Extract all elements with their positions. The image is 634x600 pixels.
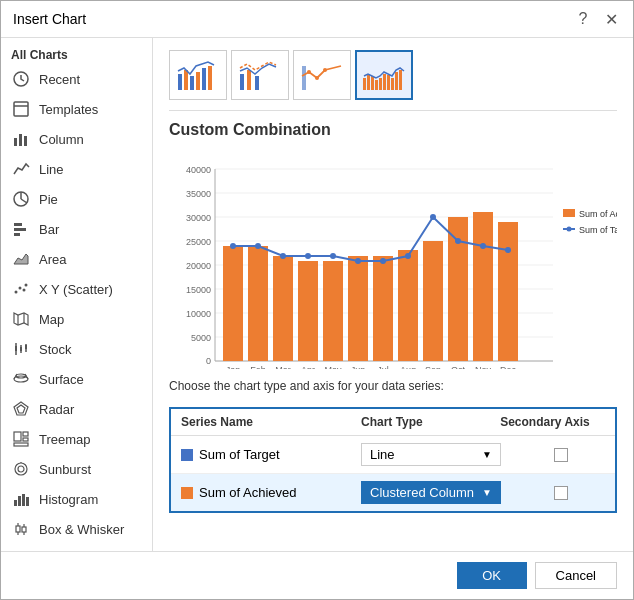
sidebar-item-stock[interactable]: Stock bbox=[1, 334, 152, 364]
sidebar-item-templates[interactable]: Templates bbox=[1, 94, 152, 124]
title-bar-icons: ? ✕ bbox=[573, 9, 621, 29]
svg-text:30000: 30000 bbox=[186, 213, 211, 223]
svg-rect-107 bbox=[423, 241, 443, 361]
svg-rect-5 bbox=[24, 136, 27, 146]
svg-rect-10 bbox=[14, 228, 26, 231]
svg-rect-33 bbox=[23, 438, 28, 441]
svg-rect-34 bbox=[14, 443, 28, 446]
svg-rect-20 bbox=[15, 346, 17, 351]
thumb-1[interactable] bbox=[169, 50, 227, 100]
svg-point-113 bbox=[280, 253, 286, 259]
cancel-button[interactable]: Cancel bbox=[535, 562, 617, 589]
svg-rect-100 bbox=[248, 246, 268, 361]
svg-text:Jul: Jul bbox=[377, 365, 389, 369]
sidebar-item-bar[interactable]: Bar bbox=[1, 214, 152, 244]
sidebar-item-recent-label: Recent bbox=[39, 72, 80, 87]
title-bar: Insert Chart ? ✕ bbox=[1, 1, 633, 38]
checkbox-1[interactable] bbox=[554, 448, 568, 462]
svg-point-36 bbox=[15, 463, 27, 475]
svg-rect-42 bbox=[16, 526, 20, 532]
svg-text:35000: 35000 bbox=[186, 189, 211, 199]
svg-rect-1 bbox=[14, 102, 28, 116]
thumb-4[interactable] bbox=[355, 50, 413, 100]
svg-point-118 bbox=[405, 253, 411, 259]
sidebar-item-radar[interactable]: Radar bbox=[1, 394, 152, 424]
thumb-2[interactable] bbox=[231, 50, 289, 100]
svg-rect-22 bbox=[20, 347, 22, 351]
chart-type-select-1[interactable]: Line ▼ bbox=[361, 443, 501, 466]
sidebar-item-histogram[interactable]: Histogram bbox=[1, 484, 152, 514]
svg-text:Sum of Achieved: Sum of Achieved bbox=[579, 209, 617, 219]
xy-scatter-icon bbox=[11, 279, 31, 299]
header-chart-type: Chart Type bbox=[361, 415, 485, 429]
sidebar-item-waterfall[interactable]: Waterfall bbox=[1, 544, 152, 551]
chart-title: Custom Combination bbox=[169, 121, 617, 139]
header-series-name: Series Name bbox=[181, 415, 361, 429]
dialog-body: All Charts Recent Templates Column bbox=[1, 38, 633, 551]
select-box-1[interactable]: Line ▼ bbox=[361, 443, 501, 466]
svg-point-138 bbox=[567, 227, 572, 232]
svg-point-112 bbox=[255, 243, 261, 249]
sidebar-item-column[interactable]: Column bbox=[1, 124, 152, 154]
svg-rect-11 bbox=[14, 233, 20, 236]
sidebar-item-area[interactable]: Area bbox=[1, 244, 152, 274]
svg-text:Sep: Sep bbox=[425, 365, 441, 369]
sidebar-item-map[interactable]: Map bbox=[1, 304, 152, 334]
sidebar-item-treemap[interactable]: Treemap bbox=[1, 424, 152, 454]
series-label-1: Sum of Target bbox=[199, 447, 280, 462]
series-name-2: Sum of Achieved bbox=[181, 485, 361, 500]
chart-type-select-2[interactable]: Clustered Column ▼ bbox=[361, 481, 501, 504]
checkbox-2[interactable] bbox=[554, 486, 568, 500]
help-icon[interactable]: ? bbox=[573, 9, 593, 29]
map-icon bbox=[11, 309, 31, 329]
sidebar-item-recent[interactable]: Recent bbox=[1, 64, 152, 94]
select-box-2[interactable]: Clustered Column ▼ bbox=[361, 481, 501, 504]
surface-icon bbox=[11, 369, 31, 389]
series-row-2: Sum of Achieved Clustered Column ▼ bbox=[171, 474, 615, 511]
svg-point-35 bbox=[18, 466, 24, 472]
radar-icon bbox=[11, 399, 31, 419]
svg-text:25000: 25000 bbox=[186, 237, 211, 247]
svg-rect-71 bbox=[371, 76, 374, 90]
sidebar-item-radar-label: Radar bbox=[39, 402, 74, 417]
sidebar-item-xyscatter-label: X Y (Scatter) bbox=[39, 282, 113, 297]
templates-icon bbox=[11, 99, 31, 119]
dialog-title: Insert Chart bbox=[13, 11, 86, 27]
series-row-1: Sum of Target Line ▼ bbox=[171, 436, 615, 474]
line-icon bbox=[11, 159, 31, 179]
svg-point-116 bbox=[355, 258, 361, 264]
thumb-3[interactable] bbox=[293, 50, 351, 100]
svg-rect-77 bbox=[395, 72, 398, 90]
svg-rect-109 bbox=[473, 212, 493, 361]
svg-text:5000: 5000 bbox=[191, 333, 211, 343]
sidebar-item-sunburst[interactable]: Sunburst bbox=[1, 454, 152, 484]
svg-rect-72 bbox=[375, 80, 378, 90]
svg-rect-102 bbox=[298, 261, 318, 361]
svg-text:Sum of Target: Sum of Target bbox=[579, 225, 617, 235]
box-whisker-icon bbox=[11, 519, 31, 539]
bar-icon bbox=[11, 219, 31, 239]
svg-point-12 bbox=[15, 291, 18, 294]
svg-text:May: May bbox=[324, 365, 342, 369]
svg-point-117 bbox=[380, 258, 386, 264]
svg-text:Aug: Aug bbox=[400, 365, 416, 369]
select-arrow-2: ▼ bbox=[482, 487, 492, 498]
histogram-icon bbox=[11, 489, 31, 509]
sidebar-item-stock-label: Stock bbox=[39, 342, 72, 357]
sidebar-item-boxwhisker[interactable]: Box & Whisker bbox=[1, 514, 152, 544]
svg-rect-106 bbox=[398, 250, 418, 361]
sidebar-item-line[interactable]: Line bbox=[1, 154, 152, 184]
svg-rect-24 bbox=[25, 345, 27, 349]
treemap-icon bbox=[11, 429, 31, 449]
svg-point-67 bbox=[315, 76, 319, 80]
svg-rect-65 bbox=[302, 66, 306, 90]
sidebar-item-xyscatter[interactable]: X Y (Scatter) bbox=[1, 274, 152, 304]
svg-rect-104 bbox=[348, 256, 368, 361]
sidebar-item-surface[interactable]: Surface bbox=[1, 364, 152, 394]
svg-rect-38 bbox=[14, 500, 17, 506]
ok-button[interactable]: OK bbox=[457, 562, 527, 589]
close-icon[interactable]: ✕ bbox=[601, 9, 621, 29]
sidebar-item-pie[interactable]: Pie bbox=[1, 184, 152, 214]
svg-text:15000: 15000 bbox=[186, 285, 211, 295]
header-secondary-axis: Secondary Axis bbox=[485, 415, 605, 429]
